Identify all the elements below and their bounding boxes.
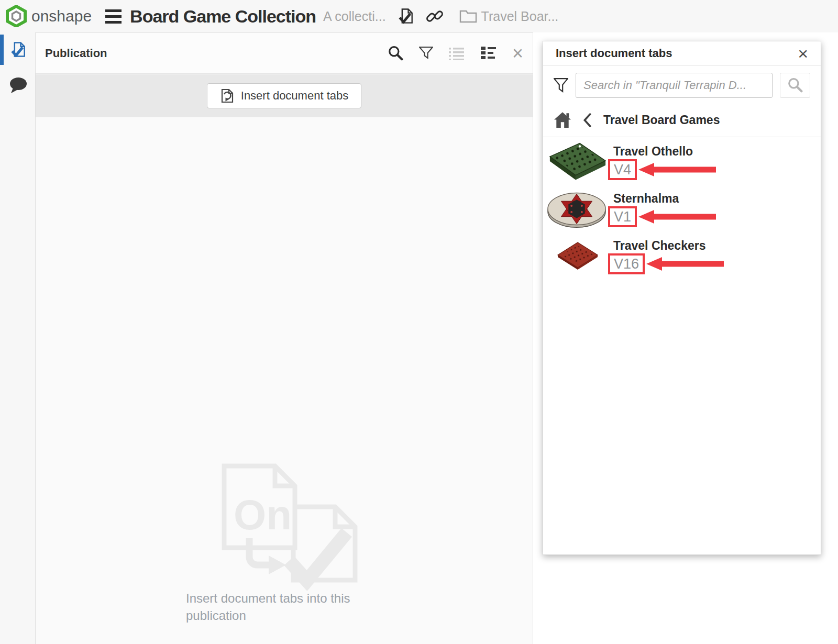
active-tab-indicator <box>0 35 4 65</box>
brand-name: onshape <box>31 7 92 25</box>
publication-panel-header: Publication <box>36 33 533 74</box>
empty-state-watermark-icon: On <box>210 460 367 593</box>
publication-panel: Publication <box>36 32 533 644</box>
detail-list-view-icon[interactable] <box>480 46 497 60</box>
insert-document-tabs-button[interactable]: Insert document tabs <box>207 83 361 108</box>
document-thumbnail <box>545 140 610 182</box>
annotation-arrow-icon <box>646 256 725 272</box>
dialog-search-row <box>543 65 821 104</box>
document-description[interactable]: A collecti... <box>323 9 386 24</box>
document-item-sternhalma[interactable]: Sternhalma V1 <box>543 184 821 231</box>
version-annotation-box: V4 <box>608 159 637 180</box>
document-insert-icon <box>220 88 235 104</box>
dialog-header: Insert document tabs × <box>543 41 821 65</box>
annotation-arrow-icon <box>638 209 717 225</box>
close-panel-icon[interactable]: × <box>512 44 523 63</box>
version-annotation-box: V16 <box>608 253 645 274</box>
chevron-left-icon[interactable] <box>583 113 592 127</box>
close-dialog-icon[interactable]: × <box>798 45 808 62</box>
version-annotation-box: V1 <box>608 206 637 227</box>
filter-icon[interactable] <box>554 77 568 93</box>
document-name[interactable]: Travel Othello <box>613 137 821 159</box>
document-item-travel-othello[interactable]: Travel Othello V4 <box>543 137 821 184</box>
document-thumbnail <box>545 187 610 229</box>
menu-icon[interactable] <box>105 9 122 24</box>
document-name[interactable]: Sternhalma <box>613 184 821 206</box>
link-icon[interactable] <box>426 7 444 25</box>
document-item-travel-checkers[interactable]: Travel Checkers V16 <box>543 231 821 279</box>
search-input[interactable] <box>576 73 773 98</box>
list-view-icon[interactable] <box>449 47 465 60</box>
breadcrumb-folder-label[interactable]: Travel Board Games <box>603 113 720 127</box>
panel-title: Publication <box>45 47 107 60</box>
document-name[interactable]: Travel Checkers <box>613 231 821 253</box>
dialog-breadcrumb-row: Travel Board Games <box>543 104 821 137</box>
insert-button-label: Insert document tabs <box>241 89 348 103</box>
onshape-logo-icon <box>5 5 27 27</box>
folder-breadcrumb[interactable]: Travel Boar... <box>481 9 559 24</box>
filter-icon[interactable] <box>419 46 433 60</box>
publication-toolbar-band: Insert document tabs <box>36 74 533 117</box>
magnifier-icon <box>787 77 803 93</box>
comment-icon[interactable] <box>9 76 28 96</box>
home-icon[interactable] <box>554 112 571 128</box>
insert-document-tabs-dialog: Insert document tabs × Travel Board Game… <box>543 41 821 555</box>
publication-tab-icon[interactable] <box>9 40 28 61</box>
app-header: onshape Board Game Collection A collecti… <box>0 0 838 32</box>
empty-state-text: Insert document tabs into this publicati… <box>186 590 359 624</box>
search-button[interactable] <box>780 73 810 98</box>
watermark-on-text: On <box>234 492 292 538</box>
folder-icon[interactable] <box>459 9 477 24</box>
dialog-title: Insert document tabs <box>556 47 672 60</box>
left-sidebar <box>0 32 36 644</box>
document-check-icon[interactable] <box>396 7 415 26</box>
annotation-arrow-icon <box>638 162 717 177</box>
search-icon[interactable] <box>388 46 403 61</box>
document-title: Board Game Collection <box>130 6 316 27</box>
document-thumbnail <box>545 235 610 276</box>
